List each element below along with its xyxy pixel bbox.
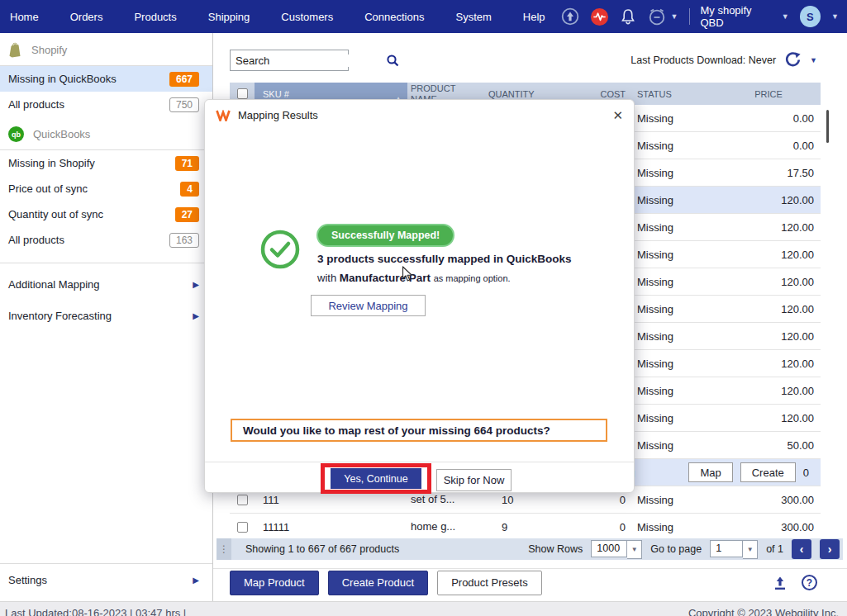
divider	[0, 263, 212, 263]
row-status: Missing	[630, 296, 738, 323]
row-status: Missing	[630, 323, 738, 350]
sidebar-item-missing-in-quickbooks[interactable]: Missing in QuickBooks 667	[0, 66, 212, 92]
count-badge: 750	[169, 97, 199, 112]
create-product-button[interactable]: Create Product	[328, 571, 428, 595]
chevron-right-icon: ▶	[193, 576, 199, 585]
help-icon[interactable]: ?	[802, 575, 817, 590]
product-presets-button[interactable]: Product Presets	[437, 571, 542, 595]
shopify-section-label: Shopify	[31, 44, 67, 56]
sidebar-item-label: All products	[8, 98, 64, 111]
mouse-cursor	[402, 266, 413, 285]
chevron-right-icon: ▶	[193, 280, 199, 289]
close-icon[interactable]: ✕	[612, 109, 623, 121]
skip-for-now-button[interactable]: Skip for Now	[436, 469, 512, 491]
quickbooks-section-header: qb QuickBooks	[0, 117, 212, 149]
table-row[interactable]: 11111home g...90Missing300.00	[230, 514, 821, 541]
nav-system[interactable]: System	[440, 0, 507, 33]
sidebar-item-settings[interactable]: Settings ▶	[0, 563, 212, 596]
quickbooks-section-label: QuickBooks	[33, 128, 90, 140]
row-price: 120.00	[738, 214, 821, 241]
nav-products[interactable]: Products	[118, 0, 192, 33]
show-rows-value: 1000	[591, 540, 627, 557]
row-product-name: home g...	[407, 514, 482, 541]
nav-separator	[689, 8, 690, 25]
map-row-button[interactable]: Map	[688, 462, 732, 482]
search-input[interactable]	[231, 54, 386, 67]
count-badge: 71	[175, 156, 199, 171]
nav-connections[interactable]: Connections	[349, 0, 440, 33]
copyright-text: Copyright © 2023 Webgility Inc.	[688, 607, 839, 616]
next-page-button[interactable]: ›	[820, 539, 840, 559]
upload-status-icon[interactable]	[561, 7, 579, 26]
pagination-summary: Showing 1 to 667 of 667 products	[245, 543, 399, 555]
action-bar: Map Product Create Product Product Prese…	[213, 568, 847, 596]
red-highlight-annotation: Yes, Continue	[321, 463, 431, 494]
search-icon[interactable]	[386, 54, 404, 68]
notifications-bell-icon[interactable]	[620, 7, 636, 26]
review-mapping-button[interactable]: Review Mapping	[311, 295, 426, 316]
sidebar-item-missing-in-shopify[interactable]: Missing in Shopify 71	[0, 150, 212, 176]
row-status: Missing	[630, 214, 738, 241]
last-updated-text: Last Updated:08-16-2023 | 03:47 hrs |	[5, 607, 186, 616]
count-badge: 4	[180, 182, 199, 197]
column-price[interactable]: PRICE	[738, 83, 821, 105]
row-cost: 0	[552, 514, 630, 541]
map-product-button[interactable]: Map Product	[230, 571, 319, 595]
scheduler-snooze-icon[interactable]: ▼	[647, 7, 678, 26]
column-status[interactable]: STATUS	[630, 83, 738, 105]
nav-help[interactable]: Help	[507, 0, 561, 33]
shopify-icon	[8, 42, 22, 58]
row-actions: MapCreate0	[688, 459, 821, 486]
show-rows-dropdown[interactable]: 1000 ▼	[591, 540, 642, 559]
row-checkbox[interactable]	[237, 495, 248, 505]
select-all-checkbox[interactable]	[237, 88, 248, 99]
chevron-down-icon: ▼	[627, 540, 642, 559]
footer: Last Updated:08-16-2023 | 03:47 hrs | Co…	[0, 601, 847, 616]
prev-page-button[interactable]: ‹	[792, 539, 811, 559]
nav-orders[interactable]: Orders	[55, 0, 119, 33]
sidebar-item-inventory-forecasting[interactable]: Inventory Forecasting ▶	[0, 300, 212, 331]
success-badge: Successfully Mapped!	[316, 224, 454, 247]
refresh-caret-icon[interactable]: ▼	[810, 56, 817, 64]
refresh-icon[interactable]	[784, 51, 802, 69]
scrollbar-thumb[interactable]	[826, 110, 829, 143]
store-selector-label: My shopify QBD	[700, 4, 775, 29]
last-download-label: Last Products Download: Never	[630, 54, 776, 66]
row-price: 0.00	[738, 132, 821, 159]
sidebar-item-label: All products	[8, 234, 64, 246]
sidebar-item-price-out-of-sync[interactable]: Price out of sync 4	[0, 176, 212, 201]
sidebar-item-all-products-shopify[interactable]: All products 750	[0, 92, 212, 117]
user-avatar[interactable]: S	[800, 6, 821, 27]
map-rest-question: Would you like to map rest of your missi…	[231, 419, 607, 442]
row-quantity: 9	[482, 514, 552, 541]
sidebar-item-quantity-out-of-sync[interactable]: Quantity out of sync 27	[0, 201, 212, 227]
nav-shipping[interactable]: Shipping	[193, 0, 266, 33]
sidebar-item-additional-mapping[interactable]: Additional Mapping ▶	[0, 268, 212, 300]
create-row-button[interactable]: Create	[740, 462, 796, 482]
top-nav: Home Orders Products Shipping Customers …	[0, 0, 847, 33]
row-price: 120.00	[738, 350, 821, 377]
chevron-down-icon: ▼	[743, 540, 758, 559]
activity-alert-icon[interactable]	[590, 7, 609, 26]
row-price: 300.00	[738, 514, 821, 541]
nav-home[interactable]: Home	[0, 0, 55, 33]
avatar-caret-icon[interactable]: ▼	[831, 12, 839, 21]
row-checkbox[interactable]	[237, 522, 248, 533]
sidebar-item-all-products-quickbooks[interactable]: All products 163	[0, 227, 212, 253]
modal-subline: with Manufacture Part as mapping option.	[317, 272, 511, 284]
row-status: Missing	[630, 241, 738, 268]
mapping-results-modal: Mapping Results ✕ Successfully Mapped! 3…	[204, 99, 635, 493]
drag-handle-icon[interactable]: ⋮	[217, 538, 231, 560]
yes-continue-button[interactable]: Yes, Continue	[331, 468, 421, 489]
sidebar-item-label: Quantity out of sync	[8, 208, 103, 220]
export-upload-icon[interactable]	[772, 575, 788, 591]
store-selector[interactable]: My shopify QBD ▼	[700, 4, 788, 29]
row-status: Missing	[630, 105, 738, 132]
sidebar: Shopify Missing in QuickBooks 667 All pr…	[0, 33, 213, 601]
sidebar-item-label: Price out of sync	[8, 182, 88, 195]
page-value: 1	[710, 540, 743, 557]
mapping-option-value: Manufacture Part	[340, 272, 431, 284]
store-caret-icon: ▼	[782, 12, 789, 21]
page-dropdown[interactable]: 1 ▼	[710, 540, 758, 559]
nav-customers[interactable]: Customers	[265, 0, 349, 33]
